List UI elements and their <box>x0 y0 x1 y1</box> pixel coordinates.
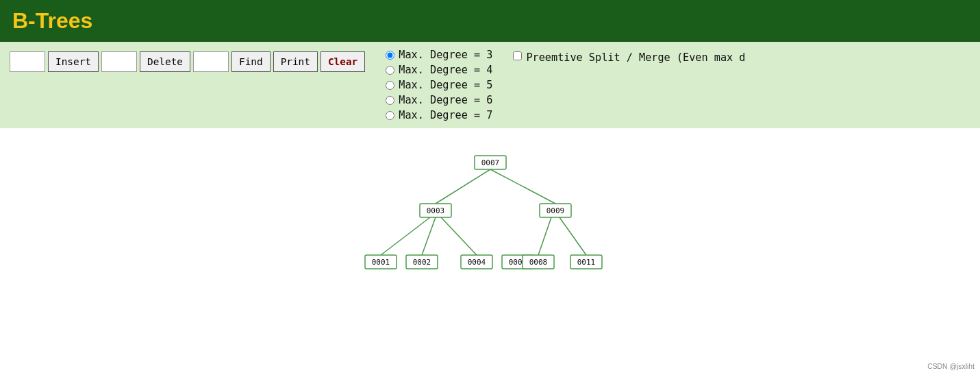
svg-line-2 <box>381 217 430 255</box>
svg-text:0002: 0002 <box>412 258 431 267</box>
svg-line-4 <box>441 217 477 255</box>
insert-input[interactable] <box>10 51 45 72</box>
degree-6-label: Max. Degree = 6 <box>399 94 492 106</box>
svg-line-3 <box>422 217 436 255</box>
degree-7-option[interactable]: Max. Degree = 7 <box>386 109 492 121</box>
tree-svg: 000700030009000100020004000500080011 <box>343 142 638 286</box>
svg-text:0004: 0004 <box>467 258 486 267</box>
svg-text:0009: 0009 <box>546 206 564 215</box>
degree-5-option[interactable]: Max. Degree = 5 <box>386 79 492 91</box>
svg-text:0011: 0011 <box>577 258 595 267</box>
svg-line-5 <box>538 217 551 255</box>
degree-5-radio[interactable] <box>386 81 394 90</box>
insert-button[interactable]: Insert <box>48 51 99 72</box>
find-input[interactable] <box>193 51 229 72</box>
controls-left: Insert Delete Find Print Clear <box>10 49 365 72</box>
degree-6-option[interactable]: Max. Degree = 6 <box>386 94 492 106</box>
find-button[interactable]: Find <box>231 51 271 72</box>
degree-selector: Max. Degree = 3 Max. Degree = 4 Max. Deg… <box>386 49 492 121</box>
degree-4-label: Max. Degree = 4 <box>399 64 492 76</box>
controls-area: Insert Delete Find Print Clear Max. Degr… <box>0 42 980 128</box>
page-title: B-Trees <box>12 8 968 34</box>
degree-6-radio[interactable] <box>386 96 394 105</box>
print-button[interactable]: Print <box>273 51 318 72</box>
delete-input[interactable] <box>101 51 137 72</box>
svg-text:0007: 0007 <box>481 158 499 167</box>
radio-group: Max. Degree = 3 Max. Degree = 4 Max. Deg… <box>386 49 492 121</box>
page-header: B-Trees <box>0 0 980 42</box>
preemptive-checkbox[interactable] <box>513 51 522 60</box>
svg-line-1 <box>490 169 555 204</box>
svg-text:0008: 0008 <box>529 258 547 267</box>
degree-4-radio[interactable] <box>386 66 394 75</box>
degree-4-option[interactable]: Max. Degree = 4 <box>386 64 492 76</box>
degree-7-radio[interactable] <box>386 111 394 120</box>
degree-5-label: Max. Degree = 5 <box>399 79 492 91</box>
degree-3-radio[interactable] <box>386 51 394 60</box>
degree-3-label: Max. Degree = 3 <box>399 49 492 61</box>
degree-3-option[interactable]: Max. Degree = 3 <box>386 49 492 61</box>
tree-area: 000700030009000100020004000500080011 <box>0 128 980 300</box>
preemptive-label: Preemtive Split / Merge (Even max d <box>526 51 745 64</box>
svg-text:0001: 0001 <box>371 258 390 267</box>
clear-button[interactable]: Clear <box>321 51 365 72</box>
svg-text:0003: 0003 <box>426 206 444 215</box>
delete-button[interactable]: Delete <box>140 51 190 72</box>
preemptive-option: Preemtive Split / Merge (Even max d <box>513 49 745 64</box>
degree-7-label: Max. Degree = 7 <box>399 109 492 121</box>
svg-line-0 <box>436 169 490 204</box>
svg-line-6 <box>560 217 586 255</box>
